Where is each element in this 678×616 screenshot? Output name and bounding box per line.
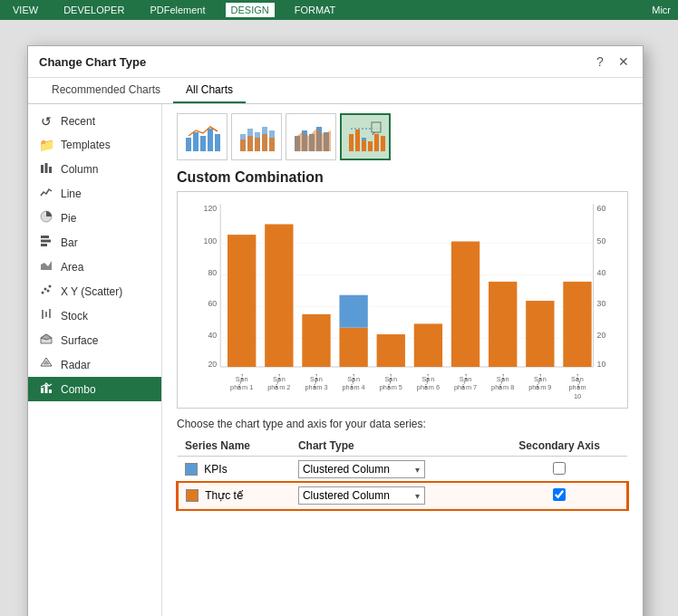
sidebar-item-combo[interactable]: Combo xyxy=(28,377,161,401)
chart-icon-btn-1[interactable] xyxy=(177,113,228,160)
tab-recommended-charts[interactable]: Recommended Charts xyxy=(39,78,173,103)
tab-view[interactable]: VIEW xyxy=(7,3,44,17)
dialog-title: Change Chart Type xyxy=(39,55,146,69)
sidebar-item-recent[interactable]: ↺ Recent xyxy=(28,110,161,133)
svg-rect-2 xyxy=(49,167,52,173)
svg-text:Sản: Sản xyxy=(310,374,323,383)
svg-rect-77 xyxy=(339,295,367,328)
sidebar-item-column[interactable]: Column xyxy=(28,157,161,181)
svg-text:30: 30 xyxy=(597,299,606,308)
svg-marker-7 xyxy=(41,261,52,270)
svg-rect-75 xyxy=(302,314,330,367)
sidebar-label-surface: Surface xyxy=(61,334,98,347)
sidebar-item-surface[interactable]: Surface xyxy=(28,328,161,352)
chart-preview: 120 100 80 60 40 20 60 50 40 30 20 10 xyxy=(177,191,628,409)
series-row-thuc-te: Thực tế Clustered Column Stacked Column … xyxy=(178,483,627,509)
tab-pdfelement[interactable]: PDFelement xyxy=(144,3,210,17)
svg-rect-4 xyxy=(41,236,49,238)
col-series-name: Series Name xyxy=(178,436,291,457)
tab-design[interactable]: DESIGN xyxy=(226,3,275,17)
sidebar-item-xy-scatter[interactable]: X Y (Scatter) xyxy=(28,279,161,303)
svg-rect-74 xyxy=(265,224,293,367)
svg-rect-78 xyxy=(377,334,405,367)
kpis-chart-type-select[interactable]: Clustered Column Stacked Column Line Lin… xyxy=(298,460,425,478)
svg-text:Sản: Sản xyxy=(460,374,472,383)
tab-all-charts[interactable]: All Charts xyxy=(173,78,246,103)
xy-scatter-icon xyxy=(39,284,53,299)
thuc-te-secondary-axis-cell xyxy=(491,483,627,509)
svg-rect-25 xyxy=(208,129,213,151)
main-area: Change Chart Type ? ✕ Recommended Charts… xyxy=(0,20,678,616)
series-name-kpis: KPIs xyxy=(178,457,291,483)
svg-text:10: 10 xyxy=(597,360,606,369)
sidebar-label-radar: Radar xyxy=(61,359,91,371)
svg-marker-42 xyxy=(295,129,331,151)
svg-text:phẩm: phẩm xyxy=(568,381,586,391)
svg-text:20: 20 xyxy=(208,360,217,369)
thuc-te-chart-type-dropdown-wrapper: Clustered Column Stacked Column Line Lin… xyxy=(298,486,425,505)
radar-icon xyxy=(39,357,53,372)
sidebar-item-templates[interactable]: 📁 Templates xyxy=(28,133,161,157)
svg-text:40: 40 xyxy=(208,331,217,340)
kpis-chart-type-dropdown-wrapper: Clustered Column Stacked Column Line Lin… xyxy=(298,460,425,478)
column-icon xyxy=(39,161,53,177)
svg-text:phẩm 5: phẩm 5 xyxy=(380,381,402,391)
svg-text:Sản: Sản xyxy=(534,374,547,383)
svg-point-11 xyxy=(49,285,52,288)
sidebar-label-pie: Pie xyxy=(61,212,76,225)
sidebar-item-line[interactable]: Line xyxy=(28,181,161,206)
templates-icon: 📁 xyxy=(39,138,53,152)
chart-icon-btn-3[interactable] xyxy=(286,113,336,160)
kpis-secondary-axis-checkbox[interactable] xyxy=(553,462,566,475)
chart-icon-btn-2[interactable] xyxy=(231,113,282,160)
svg-text:60: 60 xyxy=(597,203,606,212)
svg-text:Sản: Sản xyxy=(347,374,360,383)
svg-rect-46 xyxy=(362,138,366,140)
svg-rect-45 xyxy=(362,140,366,151)
sidebar-item-stock[interactable]: Stock xyxy=(28,303,161,328)
chart-svg: 120 100 80 60 40 20 60 50 40 30 20 10 xyxy=(185,199,620,400)
svg-text:Sản: Sản xyxy=(422,374,435,383)
sidebar-item-radar[interactable]: Radar xyxy=(28,352,161,377)
svg-text:Sản: Sản xyxy=(497,374,509,383)
sidebar-item-pie[interactable]: Pie xyxy=(28,206,161,230)
svg-rect-48 xyxy=(374,132,379,151)
kpis-secondary-axis-cell xyxy=(491,457,627,483)
stock-icon xyxy=(39,308,53,323)
thuc-te-chart-type-select[interactable]: Clustered Column Stacked Column Line Lin… xyxy=(298,486,425,505)
series-table: Series Name Chart Type Secondary Axis KP… xyxy=(177,436,628,509)
svg-rect-5 xyxy=(41,240,51,243)
thuc-te-secondary-axis-checkbox[interactable] xyxy=(553,488,566,501)
svg-rect-20 xyxy=(45,385,48,393)
svg-rect-47 xyxy=(368,141,373,151)
svg-rect-82 xyxy=(526,301,554,367)
col-secondary-axis: Secondary Axis xyxy=(491,436,627,457)
surface-icon xyxy=(39,332,53,348)
svg-rect-24 xyxy=(200,136,206,151)
sidebar-label-templates: Templates xyxy=(61,139,111,151)
tab-format[interactable]: FORMAT xyxy=(289,3,342,17)
sidebar-item-bar[interactable]: Bar xyxy=(28,230,161,255)
svg-text:phẩm 9: phẩm 9 xyxy=(528,381,551,391)
kpis-chart-type-cell: Clustered Column Stacked Column Line Lin… xyxy=(291,457,491,483)
close-button[interactable]: ✕ xyxy=(615,53,632,70)
chart-icon-btn-4[interactable] xyxy=(340,113,391,160)
sidebar-item-area[interactable]: Area xyxy=(28,255,161,279)
dialog-tabs: Recommended Charts All Charts xyxy=(28,78,643,104)
svg-text:60: 60 xyxy=(208,299,217,308)
tab-developer[interactable]: DEVELOPER xyxy=(58,3,130,17)
svg-rect-19 xyxy=(41,388,44,393)
series-name-thuc-te: Thực tế xyxy=(178,483,291,509)
svg-text:100: 100 xyxy=(204,236,218,245)
svg-point-10 xyxy=(47,290,50,293)
app-name: Micr xyxy=(652,5,671,15)
sidebar-label-combo: Combo xyxy=(61,383,96,396)
thuc-te-label: Thực tế xyxy=(205,489,243,502)
svg-rect-6 xyxy=(41,244,47,246)
svg-rect-34 xyxy=(262,134,267,151)
svg-rect-21 xyxy=(49,390,52,393)
svg-rect-36 xyxy=(269,138,275,151)
help-button[interactable]: ? xyxy=(592,53,608,70)
svg-rect-49 xyxy=(381,136,385,151)
change-chart-type-dialog: Change Chart Type ? ✕ Recommended Charts… xyxy=(27,45,644,616)
